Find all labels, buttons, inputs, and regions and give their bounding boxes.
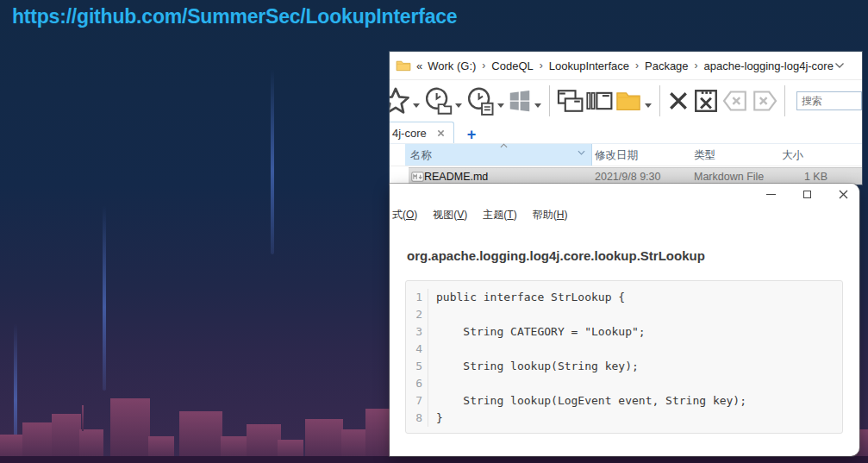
file-row-readme[interactable]: README.md 2021/9/8 9:30 Markdown File 1 …: [409, 167, 862, 185]
breadcrumb: « Work (G:) › CodeQL › LookupInterface ›…: [390, 52, 862, 80]
close-tab-left-disabled-icon: [721, 86, 750, 116]
code-text: String CATEGORY = "Lookup";: [428, 323, 646, 341]
breadcrumb-separator: ›: [540, 59, 543, 72]
slide-background: https://github.com/SummerSec/LookupInter…: [0, 0, 868, 463]
code-line: 3 String CATEGORY = "Lookup";: [406, 323, 842, 341]
menu-item-theme[interactable]: 主题(T): [483, 208, 516, 222]
light-beam: [103, 205, 106, 391]
dropdown-arrow-icon: [497, 103, 504, 108]
window-controls: [765, 184, 848, 205]
close-window-icon: [691, 86, 721, 116]
breadcrumb-item-package[interactable]: Package: [645, 59, 689, 72]
toolbar-separator: [659, 85, 660, 116]
code-line: 4: [406, 341, 842, 358]
recent-files-button[interactable]: [465, 85, 507, 116]
menu-item-view[interactable]: 视图(V): [433, 208, 467, 222]
star-icon: [390, 85, 411, 116]
close-tab-right-disabled-icon: [750, 86, 779, 116]
toolbar-separator: [549, 85, 550, 116]
editor-window: 式(O) 视图(V) 主题(T) 帮助(H) org.apache.loggin…: [390, 184, 859, 456]
tab-close-button[interactable]: [437, 129, 445, 137]
code-line: 5 String lookup(String key);: [406, 358, 842, 375]
column-header-modified[interactable]: 修改日期: [595, 148, 638, 163]
column-header-type[interactable]: 类型: [694, 148, 715, 163]
breadcrumb-dropdown-button[interactable]: [834, 62, 845, 69]
minimize-button[interactable]: [765, 190, 776, 200]
editor-title-bar: [390, 184, 859, 205]
line-number: 6: [406, 375, 428, 392]
close-icon: [839, 190, 848, 199]
code-text: [428, 306, 436, 323]
file-size: 1 KB: [776, 171, 827, 183]
code-text: [428, 375, 436, 392]
search-input[interactable]: [796, 91, 862, 110]
tile-windows-button[interactable]: [584, 86, 614, 116]
tab-strip: 4j-core +: [390, 121, 862, 144]
toolbar-separator: [784, 85, 785, 116]
close-button[interactable]: [665, 88, 691, 114]
breadcrumb-item-codeql[interactable]: CodeQL: [491, 59, 533, 72]
maximize-button[interactable]: [802, 190, 812, 200]
system-menu-button[interactable]: [507, 88, 544, 114]
close-x-icon: [665, 88, 691, 114]
light-beam: [271, 69, 274, 254]
clock-folder-icon: [422, 85, 453, 116]
code-text: String lookup(String key);: [428, 358, 639, 375]
dropdown-arrow-icon: [413, 103, 420, 108]
column-header-size[interactable]: 大小: [782, 148, 803, 163]
column-filter-dropdown-icon[interactable]: [578, 150, 585, 155]
markdown-file-icon: [411, 172, 424, 182]
tab-label: 4j-core: [392, 127, 427, 140]
new-tab-button[interactable]: +: [467, 126, 477, 143]
menu-item-format[interactable]: 式(O): [392, 208, 417, 222]
tab-close-icon: [437, 129, 445, 137]
breadcrumb-overflow[interactable]: «: [416, 59, 422, 72]
column-header-name-label: 名称: [410, 148, 432, 163]
open-folder-button[interactable]: [614, 86, 654, 116]
column-header-name[interactable]: 名称: [405, 144, 592, 166]
sort-ascending-icon: [500, 143, 508, 148]
cascade-windows-button[interactable]: [555, 86, 584, 116]
recent-folders-button[interactable]: [422, 85, 465, 116]
code-text: }: [428, 410, 443, 427]
close-button[interactable]: [838, 190, 848, 200]
file-list-header: 名称 修改日期 类型 大小: [390, 144, 862, 166]
close-window-button[interactable]: [691, 86, 721, 116]
maximize-icon: [803, 191, 811, 198]
line-number: 7: [406, 392, 428, 410]
menu-item-help[interactable]: 帮助(H): [533, 208, 568, 222]
breadcrumb-item-drive[interactable]: Work (G:): [428, 59, 476, 72]
folder-icon: [614, 86, 643, 116]
file-modified-date: 2021/9/8 9:30: [595, 171, 660, 183]
cascade-windows-icon: [555, 86, 584, 116]
code-text: public interface StrLookup {: [428, 289, 625, 306]
explorer-toolbar: [390, 81, 862, 121]
breadcrumb-separator: ›: [635, 59, 639, 72]
breadcrumb-item-lookupinterface[interactable]: LookupInterface: [549, 59, 629, 72]
line-number: 4: [406, 341, 428, 358]
tile-windows-icon: [584, 86, 614, 116]
close-tab-right-button-disabled[interactable]: [750, 86, 779, 116]
windows-logo-icon: [507, 88, 533, 114]
minimize-icon: [766, 194, 776, 196]
line-number: 8: [406, 410, 428, 427]
breadcrumb-item-log4j-core[interactable]: apache-logging-log4j-core: [704, 59, 834, 72]
code-line: 2: [406, 306, 842, 323]
chevron-down-icon: [834, 62, 845, 69]
dropdown-arrow-icon: [645, 103, 652, 108]
tab-log4j-core[interactable]: 4j-core: [390, 122, 454, 143]
dropdown-arrow-icon: [534, 103, 541, 108]
line-number: 3: [406, 323, 428, 341]
clock-document-icon: [465, 85, 496, 116]
code-block: 1 public interface StrLookup { 2 3 Strin…: [405, 280, 843, 434]
github-url: https://github.com/SummerSec/LookupInter…: [12, 5, 457, 28]
code-line: 8 }: [406, 410, 842, 427]
code-line: 6: [406, 375, 842, 392]
code-text: String lookup(LogEvent event, String key…: [428, 392, 746, 410]
favorites-button[interactable]: [390, 85, 422, 116]
breadcrumb-separator: ›: [695, 59, 698, 72]
line-number: 2: [406, 306, 428, 323]
close-tab-left-button-disabled[interactable]: [721, 86, 750, 116]
line-number: 5: [406, 358, 428, 375]
folder-icon: [396, 59, 411, 72]
